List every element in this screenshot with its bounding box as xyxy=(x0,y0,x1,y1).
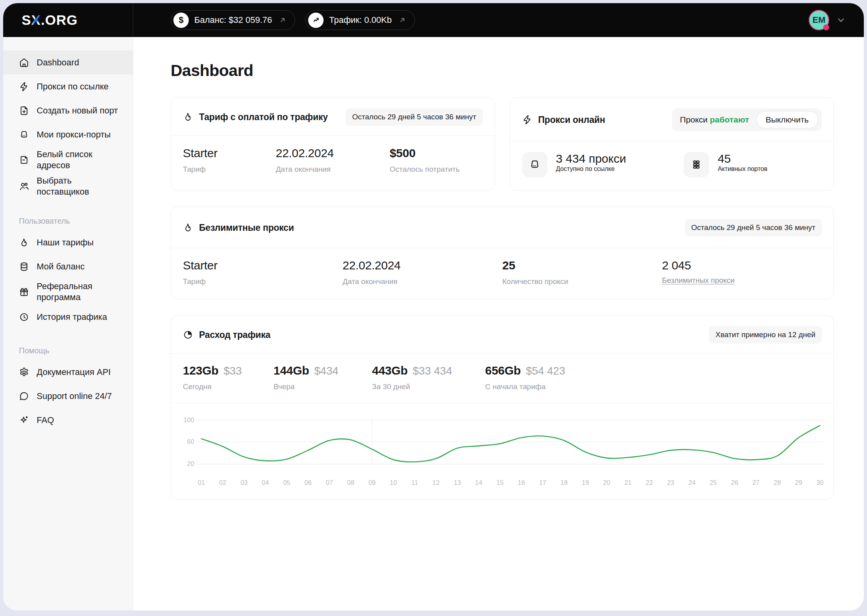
avatar[interactable]: EM xyxy=(809,10,829,30)
sidebar-item-dashboard[interactable]: Dashboard xyxy=(3,50,133,74)
lightning-icon xyxy=(19,82,29,92)
svg-text:10: 10 xyxy=(390,479,397,486)
svg-text:27: 27 xyxy=(752,479,759,486)
card-title: Расход трафика xyxy=(199,330,270,340)
stat-active-ports: 45 Активных портов xyxy=(684,152,767,177)
sidebar-item-label: Создать новый порт xyxy=(37,105,118,116)
stat-end-date: 22.02.2024 Дата окончания xyxy=(276,147,390,174)
topbar: SX.ORG $ Баланс: $32 059.76 Трафик: 0.00… xyxy=(3,3,864,37)
page-title: Dashboard xyxy=(171,61,834,80)
stat-end-date: 22.02.2024 Дата окончания xyxy=(342,259,502,286)
svg-text:12: 12 xyxy=(432,479,439,486)
active-ports-link[interactable]: Активных портов xyxy=(718,165,767,172)
external-link-icon xyxy=(278,16,287,24)
account-menu[interactable]: EM xyxy=(809,10,852,30)
sidebar-item-my-ports[interactable]: Мои прокси-порты xyxy=(3,122,133,147)
stat-value: Starter xyxy=(183,259,342,272)
sidebar-item-api-docs[interactable]: Документация API xyxy=(3,360,133,384)
stat-left-to-spend: $500 Осталось потратить xyxy=(390,147,460,174)
flame-icon xyxy=(183,112,193,122)
sidebar-item-label: Белый список адресов xyxy=(37,149,123,171)
svg-text:20: 20 xyxy=(187,460,194,467)
file-plus-icon xyxy=(19,106,29,116)
sparkles-icon xyxy=(19,415,29,425)
list-document-icon xyxy=(19,155,29,165)
svg-text:20: 20 xyxy=(603,479,610,486)
svg-text:11: 11 xyxy=(411,479,418,486)
balance-label: Баланс: $32 059.76 xyxy=(194,15,272,25)
enough-for-badge: Хватит примерно на 12 дней xyxy=(709,326,822,343)
stat-30-days: 443Gb$33 434 За 30 дней xyxy=(372,364,485,391)
traffic-chart-svg: 1006020010203040506070809101112131415161… xyxy=(178,409,827,491)
available-by-link[interactable]: Доступно по ссылке xyxy=(556,165,615,172)
svg-text:25: 25 xyxy=(710,479,717,486)
stat-value: $500 xyxy=(390,147,460,160)
logo[interactable]: SX.ORG xyxy=(22,12,78,28)
flame-icon xyxy=(19,237,29,248)
stat-since-tariff-start: 656Gb$54 423 С начала тарифа xyxy=(485,364,565,391)
unlimited-proxies-link[interactable]: Безлимитных прокси xyxy=(662,276,735,285)
sidebar-item-tariffs[interactable]: Наши тарифы xyxy=(3,230,133,254)
logo-s: S xyxy=(22,12,31,28)
proxy-status: Прокси работают Выключить xyxy=(672,108,822,131)
traffic-pill[interactable]: Трафик: 0.00Kb xyxy=(305,10,415,30)
stat-value: 25 xyxy=(502,259,662,272)
sidebar-item-label: FAQ xyxy=(37,415,54,426)
sidebar-item-balance[interactable]: Мой баланс xyxy=(3,254,133,278)
card-traffic-usage: Расход трафика Хватит примерно на 12 дне… xyxy=(171,315,834,500)
svg-text:18: 18 xyxy=(560,479,567,486)
gear-icon xyxy=(19,367,29,377)
sidebar-item-support[interactable]: Support online 24/7 xyxy=(3,384,133,408)
stat-tariff: Starter Тариф xyxy=(183,147,276,174)
sidebar-item-label: Выбрать поставщиков xyxy=(37,175,123,197)
lightning-icon xyxy=(522,115,532,125)
clock-icon xyxy=(19,312,29,322)
sidebar-item-faq[interactable]: FAQ xyxy=(3,408,133,432)
turn-off-button[interactable]: Выключить xyxy=(756,111,818,128)
stat-price: $434 xyxy=(314,365,339,377)
sidebar-item-create-port[interactable]: Создать новый порт xyxy=(3,98,133,122)
sidebar-item-label: Документация API xyxy=(37,367,111,378)
sidebar-item-proxy-by-link[interactable]: Прокси по ссылке xyxy=(3,74,133,98)
stat-label: За 30 дней xyxy=(372,382,485,391)
stat-label: Осталось потратить xyxy=(390,165,460,174)
svg-text:05: 05 xyxy=(283,479,290,486)
svg-text:16: 16 xyxy=(518,479,525,486)
svg-text:15: 15 xyxy=(497,479,504,486)
gift-icon xyxy=(19,287,29,297)
svg-text:100: 100 xyxy=(184,416,194,423)
stat-price: $33 xyxy=(223,365,242,377)
traffic-label: Трафик: 0.00Kb xyxy=(329,15,392,25)
sidebar-item-traffic-history[interactable]: История трафика xyxy=(3,305,133,329)
status-word: работают xyxy=(710,115,749,124)
home-icon xyxy=(19,58,29,68)
balance-pill[interactable]: $ Баланс: $32 059.76 xyxy=(171,10,295,30)
svg-text:14: 14 xyxy=(475,479,482,486)
sidebar-item-whitelist[interactable]: Белый список адресов xyxy=(3,147,133,173)
stat-today: 123Gb$33 Сегодня xyxy=(183,364,273,391)
stat-volume: 656Gb xyxy=(485,364,521,377)
card-title: Тариф с оплатой по трафику xyxy=(199,112,328,122)
sidebar-item-referral[interactable]: Реферальная программа xyxy=(3,278,133,305)
external-link-icon xyxy=(398,16,407,24)
card-title: Прокси онлайн xyxy=(538,115,605,125)
svg-text:17: 17 xyxy=(539,479,546,486)
topbar-main: $ Баланс: $32 059.76 Трафик: 0.00Kb EM xyxy=(133,3,864,37)
svg-text:29: 29 xyxy=(795,479,802,486)
chevron-down-icon[interactable] xyxy=(835,15,847,26)
logo-rest: .ORG xyxy=(41,12,78,28)
hard-drive-icon xyxy=(522,152,547,177)
trending-up-icon xyxy=(308,13,324,28)
svg-text:09: 09 xyxy=(368,479,376,486)
sidebar-section-user: Пользователь xyxy=(3,217,133,226)
stat-price: $54 423 xyxy=(526,365,565,377)
svg-text:22: 22 xyxy=(646,479,653,486)
stat-label: Дата окончания xyxy=(276,165,390,174)
stat-label: Дата окончания xyxy=(342,277,502,286)
stat-label: Количество прокси xyxy=(502,277,662,286)
sidebar-item-providers[interactable]: Выбрать поставщиков xyxy=(3,173,133,199)
svg-text:13: 13 xyxy=(454,479,461,486)
status-dot xyxy=(823,24,829,30)
stat-label: Вчера xyxy=(273,382,372,391)
svg-text:03: 03 xyxy=(240,479,247,486)
